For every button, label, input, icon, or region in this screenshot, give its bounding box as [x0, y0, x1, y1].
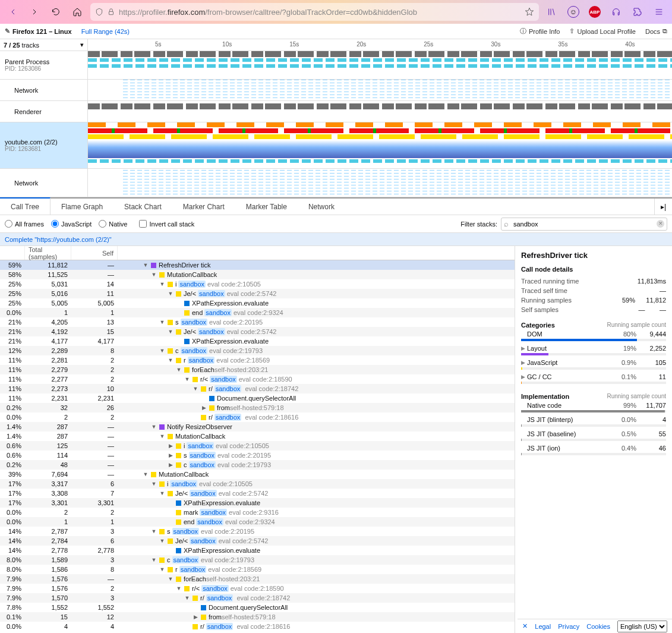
calltree-row[interactable]: 0.0%22marksandbox eval code:2:9316	[0, 508, 515, 517]
tracks-select[interactable]: 7 / 25 tracks▾	[0, 39, 88, 51]
forward-button[interactable]	[26, 4, 43, 20]
complete-bar[interactable]: Complete "https://youtube.com (2/2)"	[0, 233, 672, 246]
calltree-row[interactable]: 0.0%11endsandbox eval code:2:9324	[0, 517, 515, 527]
track-row[interactable]: Network	[0, 169, 672, 197]
category-row[interactable]: DOM80%9,444	[521, 329, 666, 343]
library-icon[interactable]	[544, 4, 560, 20]
calltree-row[interactable]: 0.2%48—▶csandbox eval code:2:19793	[0, 460, 515, 470]
track-label[interactable]: Renderer	[0, 101, 88, 122]
calltree-row[interactable]: 0.0%44r/sandbox eval code:2:18616	[0, 622, 515, 631]
tab-stack-chart[interactable]: Stack Chart	[113, 199, 172, 215]
reload-icon	[51, 7, 61, 17]
extensions-icon[interactable]	[629, 4, 646, 20]
home-button[interactable]	[69, 4, 86, 20]
filter-label: Filter stacks:	[460, 221, 497, 228]
track-row[interactable]: Network	[0, 80, 672, 101]
track-viz[interactable]	[88, 169, 672, 197]
lang-select[interactable]: English (US)	[617, 621, 667, 632]
category-row[interactable]: ▶GC / CC0.1%11	[521, 371, 666, 386]
calltree-row[interactable]: 59%11,812—▼RefreshDriver tick	[0, 260, 515, 270]
calltree-row[interactable]: 12%2,2898▼csandbox eval code:2:19793	[0, 346, 515, 355]
upload-button[interactable]: ⇧Upload Local Profile	[569, 27, 635, 35]
calltree-row[interactable]: 17%3,3087▼Je/<sandbox eval code:2:5742	[0, 489, 515, 498]
calltree-row[interactable]: 21%4,1774,177XPathExpression.evaluate	[0, 336, 515, 346]
check-invert[interactable]: Invert call stack	[139, 220, 194, 228]
calltree-row[interactable]: 39%7,694—▼MutationCallback	[0, 470, 515, 479]
time-axis[interactable]: 5s10s15s20s25s30s35s40s	[88, 39, 672, 51]
calltree-row[interactable]: 58%11,525—▼MutationCallback	[0, 270, 515, 279]
reload-button[interactable]	[48, 4, 64, 20]
calltree-row[interactable]: 1.4%287—▼MutationCallback	[0, 432, 515, 441]
headphones-icon[interactable]	[608, 4, 624, 20]
calltree-row[interactable]: 8.0%1,5893▼csandbox eval code:2:19793	[0, 555, 515, 565]
calltree-row[interactable]: 7.9%1,5762▼r/<sandbox eval code:2:18590	[0, 584, 515, 593]
calltree-row[interactable]: 21%4,19215▼Je/<sandbox eval code:2:5742	[0, 327, 515, 336]
track-label[interactable]: youtube.com (2/2)PID: 1263681	[0, 122, 88, 168]
calltree-row[interactable]: 25%5,0055,005XPathExpression.evaluate	[0, 298, 515, 308]
profile-info-button[interactable]: ⓘProfile Info	[520, 27, 560, 36]
cookies-link[interactable]: Cookies	[586, 623, 610, 630]
col-self[interactable]: Self	[71, 246, 118, 260]
calltree-row[interactable]: 21%4,20513▼ssandbox eval code:2:20195	[0, 317, 515, 327]
tab-call-tree[interactable]: Call Tree	[0, 197, 51, 215]
calltree-row[interactable]: 7.9%1,576—▼forEach self-hosted:203:21	[0, 574, 515, 584]
calltree-row[interactable]: 7.9%1,5703▼r/sandbox eval code:2:18742	[0, 593, 515, 603]
menu-icon[interactable]	[651, 4, 667, 20]
privacy-link[interactable]: Privacy	[558, 623, 579, 630]
calltree-row[interactable]: 8.0%1,5868▼rsandbox eval code:2:18569	[0, 565, 515, 574]
tab-network[interactable]: Network	[298, 199, 345, 215]
track-row[interactable]: youtube.com (2/2)PID: 1263681	[0, 122, 672, 169]
calltree-row[interactable]: 25%5,01611▼Je/<sandbox eval code:2:5742	[0, 289, 515, 298]
calltree-row[interactable]: 7.8%1,5521,552Document.querySelectorAll	[0, 603, 515, 612]
track-viz[interactable]	[88, 80, 672, 100]
calltree-row[interactable]: 11%2,2312,231Document.querySelectorAll	[0, 393, 515, 403]
radio-javascript[interactable]: JavaScript	[51, 220, 92, 228]
calltree-body[interactable]: 59%11,812—▼RefreshDriver tick58%11,525—▼…	[0, 260, 515, 633]
calltree-row[interactable]: 11%2,2772▼r/<sandbox eval code:2:18590	[0, 374, 515, 384]
track-row[interactable]: Parent ProcessPID: 1263086	[0, 51, 672, 80]
tab-flame-graph[interactable]: Flame Graph	[51, 199, 113, 215]
track-label[interactable]: Network	[0, 80, 88, 100]
pencil-icon[interactable]: ✎	[5, 27, 10, 35]
calltree-row[interactable]: 11%2,2792▼forEach self-hosted:203:21	[0, 365, 515, 374]
calltree-row[interactable]: 14%2,7782,778XPathExpression.evaluate	[0, 546, 515, 555]
back-button[interactable]	[5, 4, 21, 20]
calltree-row[interactable]: 14%2,7873▼ssandbox eval code:2:20195	[0, 527, 515, 536]
calltree-row[interactable]: 17%3,3013,301XPathExpression.evaluate	[0, 498, 515, 508]
track-label[interactable]: Parent ProcessPID: 1263086	[0, 51, 88, 79]
calltree-row[interactable]: 0.6%125—▶isandbox eval code:2:10505	[0, 441, 515, 451]
radio-all-frames[interactable]: All frames	[5, 220, 44, 228]
calltree-row[interactable]: 0.0%22r/sandbox eval code:2:18616	[0, 412, 515, 422]
calltree-row[interactable]: 0.6%114—▶ssandbox eval code:2:20195	[0, 451, 515, 460]
range-link[interactable]: Full Range (42s)	[81, 28, 130, 35]
calltree-row[interactable]: 17%3,3176▼isandbox eval code:2:10505	[0, 479, 515, 489]
calltree-row[interactable]: 1.4%287—▼Notify ResizeObserver	[0, 422, 515, 432]
track-viz[interactable]	[88, 122, 672, 168]
docs-link[interactable]: Docs ⧉	[645, 27, 667, 35]
url-bar[interactable]: https://profiler.firefox.com/from-browse…	[90, 3, 539, 21]
footer-close[interactable]: ✕	[522, 622, 528, 630]
col-total[interactable]: Total (samples)	[25, 246, 71, 260]
category-row[interactable]: ▶JavaScript0.9%105	[521, 357, 666, 371]
tab-marker-chart[interactable]: Marker Chart	[172, 199, 235, 215]
track-viz[interactable]	[88, 51, 672, 79]
track-row[interactable]: Renderer	[0, 101, 672, 122]
calltree-row[interactable]: 11%2,2812▼rsandbox eval code:2:18569	[0, 355, 515, 365]
star-icon[interactable]	[525, 7, 534, 17]
track-label[interactable]: Network	[0, 169, 88, 197]
calltree-row[interactable]: 25%5,03114▼isandbox eval code:2:10505	[0, 279, 515, 289]
track-viz[interactable]	[88, 101, 672, 122]
filter-input[interactable]	[501, 218, 667, 231]
calltree-row[interactable]: 0.0%11endsandbox eval code:2:9324	[0, 308, 515, 317]
account-icon[interactable]: ☺	[565, 4, 582, 20]
calltree-row[interactable]: 11%2,27310▼r/sandbox eval code:2:18742	[0, 384, 515, 393]
radio-native[interactable]: Native	[99, 220, 127, 228]
calltree-row[interactable]: 0.1%1512▶from self-hosted:579:18	[0, 612, 515, 622]
category-row[interactable]: ▶Layout19%2,252	[521, 343, 666, 357]
legal-link[interactable]: Legal	[535, 623, 551, 630]
calltree-row[interactable]: 0.2%3226▶from self-hosted:579:18	[0, 403, 515, 412]
tab-marker-table[interactable]: Marker Table	[235, 199, 298, 215]
abp-icon[interactable]: ABP	[586, 4, 603, 20]
calltree-row[interactable]: 14%2,7846▼Je/<sandbox eval code:2:5742	[0, 536, 515, 546]
sidebar-toggle[interactable]: ▸|	[654, 199, 672, 215]
